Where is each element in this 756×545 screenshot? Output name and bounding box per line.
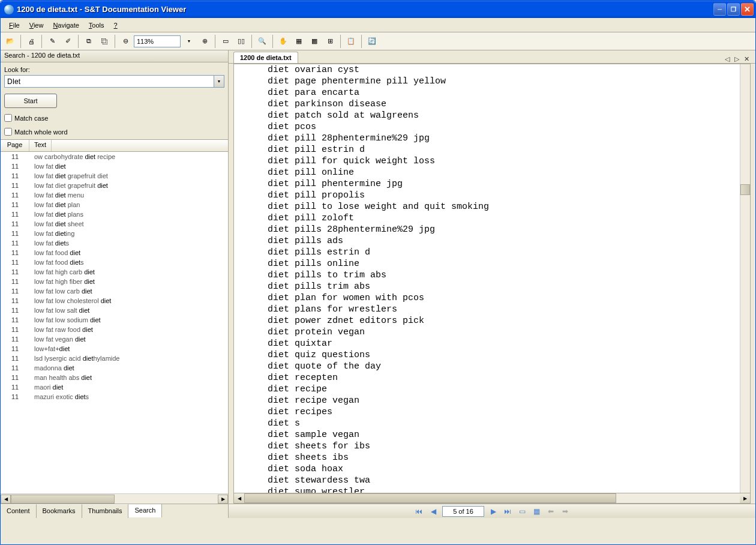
menu-help[interactable]: ? — [109, 20, 122, 31]
doc-vscroll[interactable] — [740, 64, 750, 493]
match-whole-label: Match whole word — [14, 128, 68, 136]
result-row[interactable]: 11low fat low carb diet — [1, 286, 228, 296]
toolbar: 📂 🖨 ✎ ✐ ⧉ ⿻ ⊖ ▼ ⊕ ▭ ▯▯ 🔍 ✋ ▦ ▩ ⊞ 📋 🔄 — [1, 32, 755, 50]
result-row[interactable]: 11low fat diet plan — [1, 200, 228, 209]
result-row[interactable]: 11man health abs diet — [1, 373, 228, 382]
search-input[interactable] — [4, 75, 214, 88]
app-icon — [4, 5, 14, 14]
single-page-icon[interactable]: ▭ — [218, 34, 233, 49]
maximize-button[interactable]: ❐ — [727, 3, 740, 16]
document-view[interactable]: diet ovarian cyst diet page phentermine … — [233, 64, 751, 493]
menu-tools[interactable]: Tools — [84, 20, 109, 31]
tab-next-icon[interactable]: ▷ — [733, 55, 740, 63]
result-row[interactable]: 11low fat dieting — [1, 229, 228, 238]
tool-b-icon[interactable]: ▩ — [307, 34, 322, 49]
hand-tool-icon[interactable]: ✋ — [276, 34, 290, 49]
view-single-icon[interactable]: ▭ — [517, 506, 527, 517]
look-for-label: Look for: — [4, 66, 224, 73]
zoom-in-icon[interactable]: ⊕ — [197, 34, 212, 49]
history-forward-icon[interactable]: ➡ — [560, 506, 571, 517]
close-button[interactable]: ✕ — [741, 3, 754, 16]
result-row[interactable]: 11lsd lysergic acid diethylamide — [1, 354, 228, 363]
history-back-icon[interactable]: ⬅ — [545, 506, 556, 517]
last-page-icon[interactable]: ⏭ — [502, 506, 513, 517]
result-row[interactable]: 11low fat raw food diet — [1, 325, 228, 334]
sidebar: Search - 1200 de dieta.txt Look for: ▼ S… — [1, 50, 229, 518]
zoom-input[interactable] — [134, 35, 181, 47]
result-row[interactable]: 11low fat diet menu — [1, 190, 228, 200]
tab-thumbnails[interactable]: Thumbnails — [82, 504, 129, 518]
doc-hscroll[interactable]: ◀▶ — [233, 493, 751, 504]
tab-content[interactable]: Content — [1, 504, 37, 518]
document-text: diet ovarian cyst diet page phentermine … — [234, 64, 740, 493]
copy-icon[interactable]: ⧉ — [82, 34, 96, 49]
search-panel-title: Search - 1200 de dieta.txt — [1, 50, 228, 62]
result-row[interactable]: 11madonna diet — [1, 363, 228, 373]
result-row[interactable]: 11low fat diet sheet — [1, 219, 228, 229]
tool-a-icon[interactable]: ▦ — [292, 34, 306, 49]
content-area: 1200 de dieta.txt ◁ ▷ ✕ diet ovarian cys… — [229, 50, 755, 518]
result-row[interactable]: 11low fat vegan diet — [1, 334, 228, 344]
print-icon[interactable]: 🖨 — [24, 34, 38, 49]
menu-navigate[interactable]: Navigate — [48, 20, 83, 31]
find-icon[interactable]: 🔍 — [255, 34, 269, 49]
prev-page-icon[interactable]: ◀ — [428, 506, 439, 517]
zoom-dropdown-icon[interactable]: ▼ — [182, 34, 196, 49]
facing-page-icon[interactable]: ▯▯ — [234, 34, 248, 49]
highlight-tool-icon[interactable]: ✐ — [61, 34, 75, 49]
result-row[interactable]: 11low fat diet grapefruit diet — [1, 181, 228, 190]
menu-view[interactable]: View — [25, 20, 49, 31]
results-header: Page Text — [1, 140, 228, 152]
result-row[interactable]: 11low fat low sodium diet — [1, 315, 228, 325]
paste-icon[interactable]: ⿻ — [97, 34, 112, 49]
result-row[interactable]: 11ow carbohydrate diet recipe — [1, 152, 228, 161]
minimize-button[interactable]: ─ — [713, 3, 726, 16]
start-button[interactable]: Start — [4, 94, 57, 108]
document-tab[interactable]: 1200 de dieta.txt — [233, 52, 298, 63]
select-tool-icon[interactable]: ✎ — [45, 34, 59, 49]
result-row[interactable]: 11low fat diet grapefruit diet — [1, 171, 228, 181]
result-row[interactable]: 11low fat high fiber diet — [1, 277, 228, 286]
result-row[interactable]: 11low fat diets — [1, 238, 228, 248]
menu-file[interactable]: File — [4, 20, 25, 31]
window-title: 1200 de dieta.txt - S&T Documentation Vi… — [17, 5, 713, 14]
tab-search[interactable]: Search — [128, 504, 162, 517]
result-row[interactable]: 11mazuri exotic diets — [1, 392, 228, 402]
next-page-icon[interactable]: ▶ — [488, 506, 499, 517]
match-whole-checkbox[interactable] — [4, 128, 12, 136]
results-hscroll[interactable]: ◀▶ — [1, 493, 228, 504]
result-row[interactable]: 11low fat low cholesterol diet — [1, 296, 228, 306]
result-row[interactable]: 11low fat low salt diet — [1, 306, 228, 315]
view-grid-icon[interactable]: ▦ — [531, 506, 542, 517]
sidebar-tabs: Content Bookmarks Thumbnails Search — [1, 504, 228, 518]
refresh-icon[interactable]: 🔄 — [365, 34, 379, 49]
result-row[interactable]: 11low fat food diet — [1, 248, 228, 257]
search-dropdown-icon[interactable]: ▼ — [214, 75, 224, 88]
col-page[interactable]: Page — [1, 140, 29, 151]
results-list[interactable]: 11ow carbohydrate diet recipe11low fat d… — [1, 152, 228, 493]
result-row[interactable]: 11low+fat+diet — [1, 344, 228, 354]
zoom-out-icon[interactable]: ⊖ — [118, 34, 133, 49]
match-case-label: Match case — [14, 115, 48, 122]
result-row[interactable]: 11low fat diet — [1, 161, 228, 171]
clipboard-icon[interactable]: 📋 — [344, 34, 358, 49]
col-text[interactable]: Text — [29, 140, 52, 151]
match-case-checkbox[interactable] — [4, 114, 12, 122]
tab-bookmarks[interactable]: Bookmarks — [37, 504, 82, 518]
result-row[interactable]: 11low fat food diets — [1, 257, 228, 267]
tab-close-icon[interactable]: ✕ — [743, 55, 751, 63]
page-input[interactable] — [442, 506, 484, 517]
result-row[interactable]: 11maori diet — [1, 382, 228, 392]
first-page-icon[interactable]: ⏮ — [413, 506, 424, 517]
result-row[interactable]: 11low fat high carb diet — [1, 267, 228, 277]
tool-c-icon[interactable]: ⊞ — [323, 34, 337, 49]
menubar: File View Navigate Tools ? — [1, 18, 755, 32]
open-icon[interactable]: 📂 — [3, 34, 17, 49]
tab-prev-icon[interactable]: ◁ — [724, 55, 731, 63]
titlebar: 1200 de dieta.txt - S&T Documentation Vi… — [1, 1, 755, 18]
result-row[interactable]: 11low fat diet plans — [1, 209, 228, 219]
statusbar: ⏮ ◀ ▶ ⏭ ▭ ▦ ⬅ ➡ — [229, 504, 755, 518]
